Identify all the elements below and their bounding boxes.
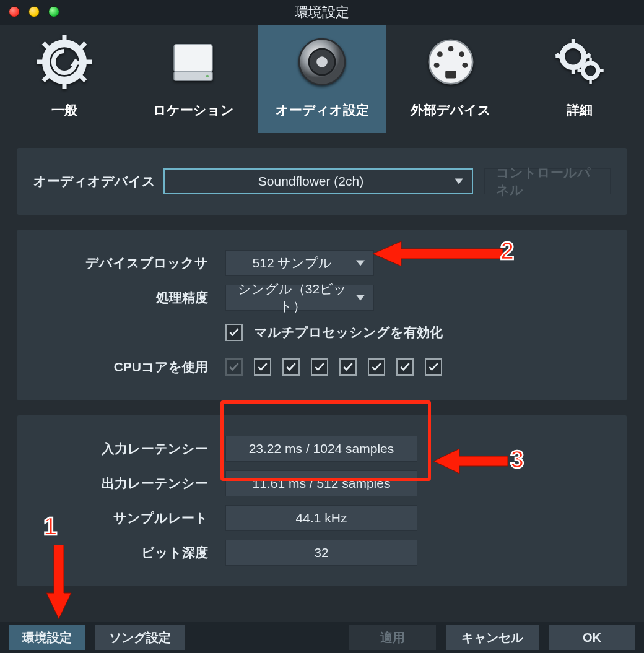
svg-rect-34 bbox=[599, 69, 604, 72]
audio-device-value: Soundflower (2ch) bbox=[258, 174, 363, 189]
panel-audio-device: オーディオデバイス Soundflower (2ch) コントロールパネル bbox=[17, 148, 627, 215]
input-latency-label: 入力レーテンシー bbox=[33, 440, 225, 457]
block-size-label: デバイスブロックサ bbox=[33, 254, 225, 272]
content-area: オーディオデバイス Soundflower (2ch) コントロールパネル デバ… bbox=[5, 133, 639, 616]
tab-label: ロケーション bbox=[153, 102, 234, 119]
tab-advanced[interactable]: 詳細 bbox=[515, 25, 644, 133]
gears-icon bbox=[552, 35, 607, 89]
cpu-core-checkbox[interactable] bbox=[311, 358, 328, 376]
svg-point-12 bbox=[206, 75, 209, 77]
minimize-icon[interactable] bbox=[28, 6, 40, 17]
cpu-core-checkbox[interactable] bbox=[368, 358, 385, 376]
cpu-core-checkbox[interactable] bbox=[425, 358, 442, 376]
precision-label: 処理精度 bbox=[33, 289, 225, 306]
sample-rate-label: サンプルレート bbox=[33, 509, 225, 527]
sample-rate-value: 44.1 kHz bbox=[225, 505, 417, 531]
bit-depth-label: ビット深度 bbox=[33, 544, 225, 561]
output-latency-label: 出力レーテンシー bbox=[33, 475, 225, 492]
cpu-core-checkbox bbox=[225, 358, 243, 376]
cancel-button[interactable]: キャンセル bbox=[446, 625, 539, 650]
chevron-down-icon bbox=[356, 295, 365, 301]
svg-point-18 bbox=[437, 51, 443, 57]
svg-rect-4 bbox=[83, 59, 92, 64]
multiprocessing-checkbox[interactable] bbox=[225, 324, 243, 341]
svg-rect-33 bbox=[577, 69, 581, 72]
svg-rect-22 bbox=[445, 71, 456, 78]
drive-icon bbox=[166, 35, 220, 89]
svg-point-20 bbox=[434, 63, 440, 68]
tab-external-devices[interactable]: 外部デバイス bbox=[386, 25, 515, 133]
bit-depth-value: 32 bbox=[225, 540, 417, 566]
song-settings-tab-button[interactable]: ソング設定 bbox=[95, 625, 185, 650]
precision-value: シングル（32ビット） bbox=[237, 280, 347, 315]
window-controls bbox=[9, 6, 59, 17]
svg-point-24 bbox=[583, 63, 598, 79]
chevron-down-icon bbox=[455, 179, 463, 184]
control-panel-button: コントロールパネル bbox=[484, 168, 611, 194]
svg-rect-2 bbox=[62, 80, 66, 89]
svg-rect-25 bbox=[572, 39, 575, 45]
midi-connector-icon bbox=[424, 35, 478, 89]
cpu-cores-group bbox=[225, 358, 611, 376]
speaker-icon bbox=[295, 35, 349, 89]
svg-rect-32 bbox=[589, 79, 591, 84]
ok-button[interactable]: OK bbox=[549, 625, 635, 650]
svg-rect-31 bbox=[589, 58, 591, 62]
svg-rect-1 bbox=[62, 35, 66, 43]
preferences-tabs: 一般 ロケーション bbox=[0, 25, 644, 133]
chevron-down-icon bbox=[356, 261, 365, 266]
multiprocessing-label: マルチプロセッシングを有効化 bbox=[254, 324, 443, 341]
annotation-highlight-box bbox=[220, 400, 431, 481]
tab-label: オーディオ設定 bbox=[276, 102, 369, 119]
window-title: 環境設定 bbox=[295, 3, 349, 22]
tab-label: 一般 bbox=[51, 102, 77, 119]
svg-point-17 bbox=[448, 46, 454, 51]
zoom-icon[interactable] bbox=[48, 6, 59, 17]
block-size-value: 512 サンプル bbox=[253, 254, 333, 272]
cpu-core-checkbox[interactable] bbox=[396, 358, 414, 376]
audio-device-label: オーディオデバイス bbox=[33, 173, 163, 190]
cpu-core-checkbox[interactable] bbox=[282, 358, 300, 376]
close-icon[interactable] bbox=[9, 6, 20, 17]
audio-device-select[interactable]: Soundflower (2ch) bbox=[163, 168, 473, 194]
panel-processing: デバイスブロックサ 512 サンプル 処理精度 シングル（32ビット） bbox=[17, 230, 627, 400]
bottom-bar: 環境設定 ソング設定 適用 キャンセル OK bbox=[0, 622, 644, 653]
svg-point-15 bbox=[316, 56, 328, 67]
svg-point-23 bbox=[562, 46, 584, 67]
svg-rect-26 bbox=[572, 69, 575, 74]
apply-button: 適用 bbox=[349, 625, 436, 650]
cpu-cores-label: CPUコアを使用 bbox=[33, 358, 225, 376]
gear-refresh-icon bbox=[37, 35, 92, 89]
tab-location[interactable]: ロケーション bbox=[129, 25, 258, 133]
tab-general[interactable]: 一般 bbox=[0, 25, 129, 133]
tab-audio-settings[interactable]: オーディオ設定 bbox=[258, 25, 386, 133]
svg-point-19 bbox=[459, 51, 464, 57]
preferences-tab-button[interactable]: 環境設定 bbox=[9, 625, 85, 650]
cpu-core-checkbox[interactable] bbox=[339, 358, 357, 376]
tab-label: 詳細 bbox=[567, 102, 593, 119]
precision-select[interactable]: シングル（32ビット） bbox=[225, 285, 374, 311]
cpu-core-checkbox[interactable] bbox=[254, 358, 271, 376]
svg-rect-10 bbox=[174, 45, 212, 72]
block-size-select[interactable]: 512 サンプル bbox=[225, 250, 374, 276]
svg-rect-3 bbox=[37, 59, 46, 64]
tab-label: 外部デバイス bbox=[411, 102, 491, 119]
svg-point-21 bbox=[462, 63, 468, 68]
titlebar: 環境設定 bbox=[0, 0, 644, 25]
